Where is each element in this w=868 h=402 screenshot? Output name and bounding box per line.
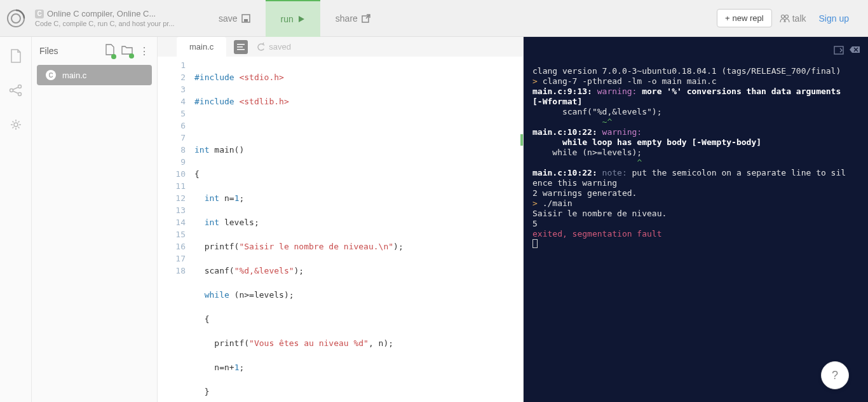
file-icon[interactable] xyxy=(8,48,24,64)
title-area: COnline C compiler, Online C... Code C, … xyxy=(32,9,203,27)
new-folder-icon[interactable] xyxy=(121,45,133,57)
svg-rect-11 xyxy=(237,44,245,45)
logo[interactable] xyxy=(0,0,32,37)
new-file-icon[interactable] xyxy=(105,44,115,58)
svg-point-9 xyxy=(18,93,21,96)
svg-point-10 xyxy=(14,123,18,127)
code-content: #include <stdio.h> #include <stdlib.h> i… xyxy=(194,57,523,402)
files-title: Files xyxy=(39,46,98,56)
new-repl-button[interactable]: +new repl xyxy=(717,9,772,27)
svg-rect-13 xyxy=(237,49,245,50)
language-badge: C xyxy=(35,10,44,18)
signup-link[interactable]: Sign up xyxy=(819,13,849,24)
svg-point-8 xyxy=(18,85,21,88)
file-item-main-c[interactable]: C main.c xyxy=(37,65,152,85)
clear-icon[interactable] xyxy=(849,46,860,57)
svg-point-6 xyxy=(785,15,788,18)
change-marker xyxy=(520,134,523,146)
save-icon xyxy=(241,14,250,23)
help-button[interactable]: ? xyxy=(821,361,849,389)
cursor xyxy=(532,239,538,248)
svg-rect-12 xyxy=(237,46,243,48)
saved-status: saved xyxy=(257,42,291,52)
console-panel[interactable]: clang version 7.0.0-3~ubuntu0.18.04.1 (t… xyxy=(524,37,868,402)
editor-panel: main.c saved 123456789101112131415161718… xyxy=(158,37,524,402)
svg-rect-3 xyxy=(244,19,248,22)
format-icon[interactable] xyxy=(234,40,248,54)
play-icon xyxy=(297,15,305,23)
share-icon xyxy=(362,14,370,23)
file-name: main.c xyxy=(62,71,86,80)
top-header: COnline C compiler, Online C... Code C, … xyxy=(0,0,868,37)
tab-main-c[interactable]: main.c xyxy=(177,37,226,57)
people-icon xyxy=(780,14,790,23)
svg-point-7 xyxy=(10,89,13,92)
plus-icon: + xyxy=(725,13,730,23)
left-rail xyxy=(0,37,32,402)
svg-point-5 xyxy=(781,15,784,18)
share-button[interactable]: share xyxy=(320,0,386,37)
c-file-icon: C xyxy=(46,70,56,80)
save-button[interactable]: save xyxy=(203,0,266,37)
repl-subtitle: Code C, compile C, run C, and host your … xyxy=(35,20,203,27)
svg-point-1 xyxy=(11,14,20,23)
share-nodes-icon[interactable] xyxy=(8,83,24,98)
talk-link[interactable]: talk xyxy=(780,13,806,24)
expand-icon[interactable] xyxy=(834,46,844,57)
more-icon[interactable]: ⋮ xyxy=(139,45,149,57)
run-button[interactable]: run xyxy=(266,0,320,37)
repl-title: Online C compiler, Online C... xyxy=(47,9,156,18)
refresh-icon xyxy=(257,43,266,52)
gear-icon[interactable] xyxy=(8,117,24,132)
code-editor[interactable]: 123456789101112131415161718 #include <st… xyxy=(158,57,523,402)
line-gutter: 123456789101112131415161718 xyxy=(158,57,194,402)
files-panel: Files ⋮ C main.c xyxy=(32,37,158,402)
